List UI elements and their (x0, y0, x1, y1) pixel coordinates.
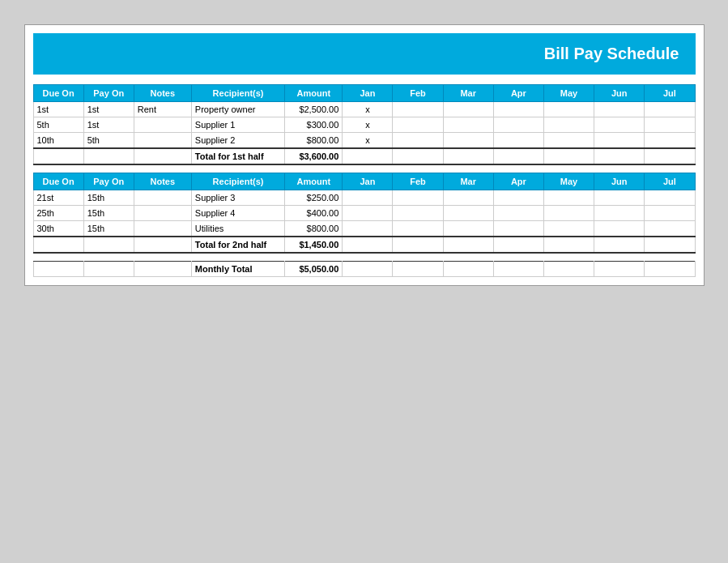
mar-2 (443, 117, 493, 133)
section1-total-amount: $3,600.00 (285, 148, 343, 164)
monthly-empty-3 (134, 261, 191, 276)
total-empty-7 (493, 148, 543, 164)
total-empty-10 (645, 148, 695, 164)
title-bar: Bill Pay Schedule (33, 33, 696, 75)
spacer-row-1 (33, 164, 695, 173)
section1-total-label: Total for 1st half (191, 148, 284, 164)
apr-3 (493, 133, 543, 149)
due-on-3: 10th (33, 133, 83, 149)
mar-1 (443, 102, 493, 117)
feb-1 (393, 102, 443, 117)
monthly-empty-9 (594, 261, 645, 276)
monthly-empty-2 (83, 261, 134, 276)
col2-jun-header: Jun (594, 173, 645, 190)
total2-empty-2 (83, 237, 134, 253)
monthly-empty-4 (343, 261, 393, 276)
recipient-3: Supplier 2 (191, 133, 284, 149)
monthly-empty-7 (493, 261, 543, 276)
notes-1: Rent (134, 102, 191, 117)
jul-2 (645, 117, 695, 133)
total-empty-9 (594, 148, 645, 164)
notes-2 (134, 117, 191, 133)
table-row: 25th 15th Supplier 4 $400.00 (33, 206, 695, 221)
pay-on-1: 1st (83, 102, 134, 117)
col-may-header: May (543, 85, 594, 102)
section2-total-row: Total for 2nd half $1,450.00 (33, 237, 695, 253)
may-1 (543, 102, 594, 117)
jun-2 (594, 117, 645, 133)
recipient-2: Supplier 1 (191, 117, 284, 133)
monthly-empty-5 (393, 261, 443, 276)
spacer-row-2 (33, 253, 695, 261)
pay-on-5: 15th (83, 206, 134, 221)
section2-total-amount: $1,450.00 (285, 237, 343, 253)
mar-3 (443, 133, 493, 149)
total-empty-5 (393, 148, 443, 164)
due-on-2: 5th (33, 117, 83, 133)
col2-notes-header: Notes (134, 173, 191, 190)
may-2 (543, 117, 594, 133)
col2-mar-header: Mar (443, 173, 493, 190)
section2-total-label: Total for 2nd half (191, 237, 284, 253)
monthly-empty-1 (33, 261, 83, 276)
jan-3: x (343, 133, 393, 149)
notes-3 (134, 133, 191, 149)
col-notes-header: Notes (134, 85, 191, 102)
col-apr-header: Apr (493, 85, 543, 102)
total2-empty-1 (33, 237, 83, 253)
table-row: 21st 15th Supplier 3 $250.00 (33, 190, 695, 206)
feb-6 (393, 221, 443, 237)
total-empty-8 (543, 148, 594, 164)
col2-apr-header: Apr (493, 173, 543, 190)
pay-on-3: 5th (83, 133, 134, 149)
jun-6 (594, 221, 645, 237)
due-on-1: 1st (33, 102, 83, 117)
mar-5 (443, 206, 493, 221)
section2-header-row: Due On Pay On Notes Recipient(s) Amount … (33, 173, 695, 190)
total2-empty-3 (134, 237, 191, 253)
apr-6 (493, 221, 543, 237)
may-3 (543, 133, 594, 149)
jan-5 (343, 206, 393, 221)
total2-empty-6 (443, 237, 493, 253)
col2-pay-on-header: Pay On (83, 173, 134, 190)
jul-3 (645, 133, 695, 149)
recipient-5: Supplier 4 (191, 206, 284, 221)
jul-1 (645, 102, 695, 117)
col-due-on-header: Due On (33, 85, 83, 102)
jul-5 (645, 206, 695, 221)
col-jul-header: Jul (645, 85, 695, 102)
table-row: 10th 5th Supplier 2 $800.00 x (33, 133, 695, 149)
col-jun-header: Jun (594, 85, 645, 102)
notes-5 (134, 206, 191, 221)
jun-1 (594, 102, 645, 117)
col-recipient-header: Recipient(s) (191, 85, 284, 102)
apr-2 (493, 117, 543, 133)
total-empty-1 (33, 148, 83, 164)
jun-5 (594, 206, 645, 221)
monthly-total-amount: $5,050.00 (285, 261, 343, 276)
amount-6: $800.00 (285, 221, 343, 237)
due-on-4: 21st (33, 190, 83, 206)
feb-4 (393, 190, 443, 206)
total2-empty-5 (393, 237, 443, 253)
due-on-5: 25th (33, 206, 83, 221)
mar-6 (443, 221, 493, 237)
total2-empty-8 (543, 237, 594, 253)
col2-feb-header: Feb (393, 173, 443, 190)
col-amount-header: Amount (285, 85, 343, 102)
total-empty-4 (343, 148, 393, 164)
jun-3 (594, 133, 645, 149)
may-4 (543, 190, 594, 206)
jan-1: x (343, 102, 393, 117)
total2-empty-10 (645, 237, 695, 253)
apr-5 (493, 206, 543, 221)
total-empty-2 (83, 148, 134, 164)
monthly-empty-8 (543, 261, 594, 276)
col2-jul-header: Jul (645, 173, 695, 190)
feb-2 (393, 117, 443, 133)
notes-4 (134, 190, 191, 206)
monthly-total-row: Monthly Total $5,050.00 (33, 261, 695, 276)
feb-5 (393, 206, 443, 221)
pay-on-4: 15th (83, 190, 134, 206)
